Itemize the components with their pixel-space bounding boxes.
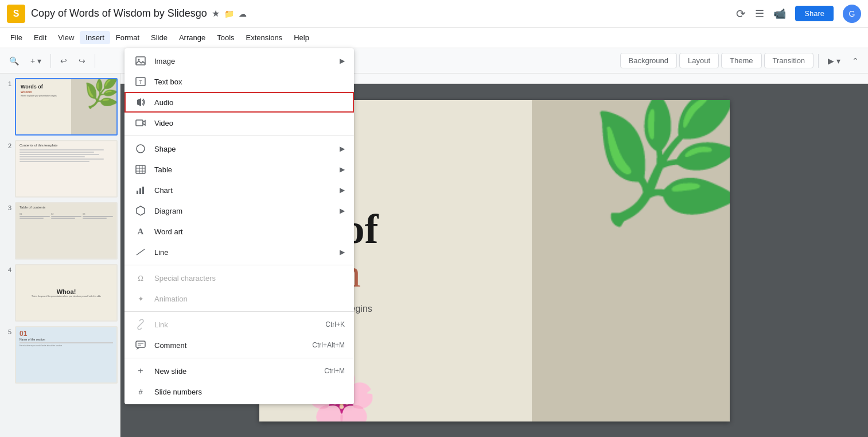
slide-image-3[interactable]: Table of contents 01 02 — [15, 202, 118, 260]
slide-number-4: 4 — [2, 264, 11, 273]
menu-label-animation: Animation — [154, 295, 345, 303]
menu-item-new-slide[interactable]: + New slide Ctrl+M — [124, 361, 354, 381]
toolbar-divider-2 — [95, 54, 95, 68]
chart-arrow: ▶ — [340, 186, 345, 194]
slide-image-1[interactable]: Words of Wisdom Where to place your pres… — [15, 78, 118, 136]
menu-label-chart: Chart — [154, 186, 340, 195]
svg-rect-19 — [136, 341, 145, 347]
document-title: Copy of Words of Wisdom by Slidesgo — [31, 7, 207, 20]
menu-item-diagram[interactable]: Diagram ▶ — [124, 200, 354, 221]
svg-rect-8 — [136, 165, 145, 173]
wordart-icon: A — [134, 225, 147, 238]
menu-item-animation: ✦ Animation — [124, 288, 354, 309]
zoom-button[interactable]: 🔍 — [5, 54, 24, 68]
menu-item-wordart[interactable]: A Word art — [124, 221, 354, 242]
menu-view[interactable]: View — [52, 31, 80, 44]
menu-item-slide-numbers[interactable]: # Slide numbers — [124, 381, 354, 402]
menu-item-image[interactable]: Image ▶ — [124, 51, 354, 71]
share-button[interactable]: Share — [795, 6, 834, 21]
slide5-label: Name of the section — [20, 338, 113, 341]
menu-item-audio[interactable]: Audio — [124, 92, 354, 113]
slide-image-4[interactable]: Whoa! This is the year of the presentati… — [15, 264, 118, 322]
menu-item-table[interactable]: Table ▶ — [124, 159, 354, 180]
diagram-arrow: ▶ — [340, 207, 345, 215]
divider-1 — [124, 136, 354, 136]
collapse-button[interactable]: ⌃ — [847, 54, 863, 68]
slide1-tagline: Where to place your presentation begins — [21, 95, 67, 97]
top-right-icons: ⟳ ☰ 📹 Share G — [736, 5, 861, 23]
audio-icon — [134, 95, 147, 109]
video-icon — [134, 116, 147, 130]
slide-image-2[interactable]: Contents of this template — [15, 140, 118, 198]
slide1-subtitle: Wisdom — [21, 90, 67, 94]
slide-numbers-icon: # — [134, 385, 147, 399]
slide-thumb-2[interactable]: 2 Contents of this template — [2, 140, 118, 198]
menu-label-image: Image — [154, 57, 340, 65]
menu-label-line: Line — [154, 248, 340, 257]
menu-file[interactable]: File — [5, 31, 28, 44]
canvas-right-panel: 🌿 — [532, 100, 729, 421]
history-icon[interactable]: ⟳ — [736, 7, 746, 21]
undo-button[interactable]: ↩ — [56, 54, 72, 68]
menu-arrange[interactable]: Arrange — [173, 31, 211, 44]
menu-item-line[interactable]: Line ▶ — [124, 242, 354, 262]
menu-help[interactable]: Help — [288, 31, 315, 44]
menu-extensions[interactable]: Extensions — [240, 31, 289, 44]
menu-slide[interactable]: Slide — [145, 31, 173, 44]
layout-button[interactable]: Layout — [679, 53, 719, 68]
menu-label-link: Link — [154, 320, 325, 329]
redo-button[interactable]: ↪ — [74, 54, 90, 68]
slide-thumb-1[interactable]: 1 Words of Wisdom Where to place your pr… — [2, 78, 118, 136]
title-bar: S Copy of Words of Wisdom by Slidesgo ★ … — [0, 0, 868, 28]
title-action-icons: ★ 📁 ☁ — [212, 8, 247, 19]
cloud-icon[interactable]: ☁ — [239, 9, 247, 18]
canvas-plant: 🌿 — [589, 100, 730, 231]
svg-rect-14 — [139, 188, 141, 194]
line-arrow: ▶ — [340, 248, 345, 256]
divider-3 — [124, 311, 354, 312]
menu-item-textbox[interactable]: T Text box — [124, 71, 354, 92]
slide1-title: Words of — [21, 84, 67, 90]
slide-thumb-3[interactable]: 3 Table of contents 01 02 — [2, 202, 118, 260]
menu-format[interactable]: Format — [110, 31, 145, 44]
background-button[interactable]: Background — [620, 53, 677, 68]
menu-item-video[interactable]: Video — [124, 113, 354, 133]
star-icon[interactable]: ★ — [212, 8, 220, 19]
svg-rect-0 — [136, 57, 145, 65]
menu-item-link: Link Ctrl+K — [124, 314, 354, 335]
new-slide-icon: + — [134, 364, 147, 378]
slide-image-5[interactable]: 01 Name of the section Here is where you… — [15, 326, 118, 384]
slide-panel: 1 Words of Wisdom Where to place your pr… — [0, 74, 120, 437]
menu-item-chart[interactable]: Chart ▶ — [124, 180, 354, 200]
menu-label-table: Table — [154, 165, 340, 174]
slide-number-1: 1 — [2, 78, 11, 87]
menu-label-special-chars: Special characters — [154, 274, 345, 283]
video-call-icon[interactable]: 📹 — [773, 7, 786, 20]
table-arrow: ▶ — [340, 165, 345, 173]
folder-icon[interactable]: 📁 — [224, 9, 234, 18]
transition-button[interactable]: Transition — [764, 53, 814, 68]
chart-icon — [134, 183, 147, 197]
menu-edit[interactable]: Edit — [28, 31, 52, 44]
menu-item-comment[interactable]: Comment Ctrl+Alt+M — [124, 335, 354, 355]
menu-label-textbox: Text box — [154, 78, 345, 86]
toolbar-divider-1 — [50, 54, 51, 68]
menu-bar: File Edit View Insert Format Slide Arran… — [0, 28, 868, 48]
textbox-icon: T — [134, 75, 147, 88]
slide-thumb-5[interactable]: 5 01 Name of the section Here is where y… — [2, 326, 118, 384]
comment-shortcut: Ctrl+Alt+M — [312, 341, 345, 349]
theme-button[interactable]: Theme — [721, 53, 761, 68]
comment-icon[interactable]: ☰ — [755, 7, 764, 20]
svg-rect-5 — [136, 120, 143, 126]
add-button[interactable]: + ▾ — [26, 54, 46, 68]
slide-thumb-4[interactable]: 4 Whoa! This is the year of the presenta… — [2, 264, 118, 322]
menu-insert[interactable]: Insert — [80, 31, 110, 44]
menu-item-shape[interactable]: Shape ▶ — [124, 138, 354, 159]
toolbar-divider-3 — [818, 54, 819, 68]
avatar[interactable]: G — [843, 5, 861, 23]
menu-tools[interactable]: Tools — [211, 31, 240, 44]
slide4-whoa: Whoa! — [57, 288, 76, 295]
slide-number-5: 5 — [2, 326, 11, 335]
menu-label-wordart: Word art — [154, 227, 345, 236]
present-options-button[interactable]: ▶ ▾ — [823, 54, 845, 68]
